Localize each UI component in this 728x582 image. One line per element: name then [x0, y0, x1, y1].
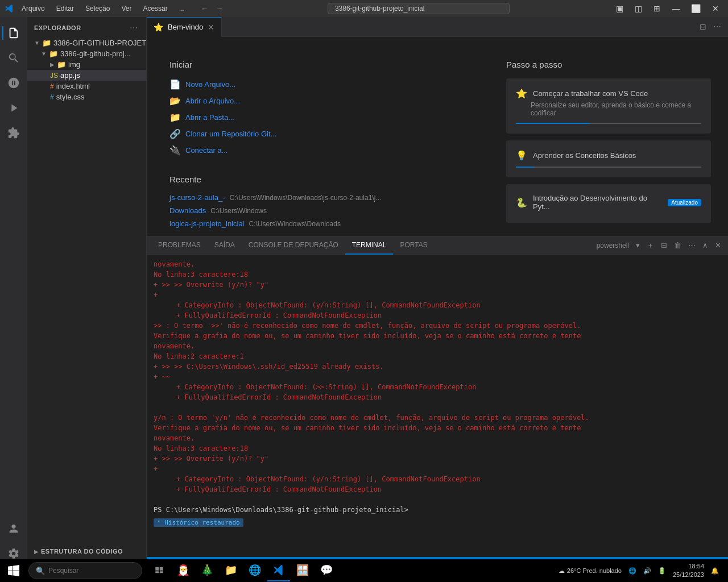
activity-debug[interactable] [2, 97, 25, 119]
open-folder-icon: 📁 [169, 112, 181, 123]
taskbar-app-fileexplorer[interactable]: 📁 [220, 560, 242, 581]
terminal-trash-btn[interactable]: 🗑 [672, 240, 684, 251]
close-button[interactable]: ✕ [708, 2, 723, 15]
taskbar-task-view[interactable] [148, 560, 171, 581]
tree-item-appjs[interactable]: JS app.js [27, 70, 146, 81]
terminal-add-btn[interactable]: ＋ [644, 239, 656, 252]
action-new-file[interactable]: 📄 Novo Arquivo... [169, 76, 466, 93]
taskbar-app-xmas[interactable]: 🎄 [196, 560, 218, 581]
back-button[interactable]: ← [198, 3, 211, 14]
taskbar-app-vscode[interactable] [267, 560, 290, 581]
recent-item-1[interactable]: Downloads C:\Users\Windows [169, 204, 466, 217]
search-icon [7, 52, 20, 64]
recent-name-0: js-curso-2-aula_- [169, 193, 225, 202]
panel-tab-console[interactable]: CONSOLE DE DEPURAÇÃO [242, 236, 345, 255]
search-input[interactable] [328, 3, 510, 14]
action-connect-label: Conectar a... [185, 146, 228, 155]
passo-card-1[interactable]: 💡 Aprender os Conceitos Básicos [506, 140, 711, 177]
css-file-icon: # [50, 93, 54, 101]
activity-explorer[interactable] [2, 22, 25, 44]
recent-section: Recente js-curso-2-aula_- C:\Users\Windo… [169, 174, 466, 230]
taskbar-search-box[interactable]: 🔍 [28, 562, 142, 579]
action-clone-repo[interactable]: 🔗 Clonar um Repositório Git... [169, 126, 466, 142]
menu-ver[interactable]: Ver [117, 3, 136, 14]
action-connect[interactable]: 🔌 Conectar a... [169, 142, 466, 159]
sidebar-new-file[interactable]: ⋯ [128, 23, 139, 33]
taskbar-search-input[interactable] [48, 567, 134, 575]
menu-selecao[interactable]: Seleção [81, 3, 114, 14]
menu-acessar[interactable]: Acessar [138, 3, 172, 14]
taskbar-network[interactable]: 🌐 [626, 567, 639, 575]
more-tab-actions[interactable]: ⋯ [711, 21, 723, 32]
activity-search[interactable] [2, 47, 25, 69]
taskbar-app-chrome[interactable]: 🌐 [243, 560, 266, 581]
activity-extensions[interactable] [2, 122, 25, 144]
main-layout: EXPLORADOR ⋯ ▼ 📁 3386-GIT-GITHUB-PROJET.… [0, 17, 728, 569]
taskbar-weather[interactable]: ☁ 26°C Pred. nublado [556, 567, 624, 575]
menu-editar[interactable]: Editar [52, 3, 78, 14]
taskbar-notification[interactable]: 🔔 [709, 567, 721, 575]
terminal-close-btn[interactable]: ✕ [713, 240, 723, 251]
tab-close-btn[interactable]: ✕ [208, 23, 214, 32]
windows-start-button[interactable] [2, 560, 25, 581]
terminal-more-btn[interactable]: ⋯ [686, 240, 698, 251]
weather-label: 26°C Pred. nublado [567, 567, 622, 574]
terminal-split-btn[interactable]: ⊟ [659, 240, 669, 251]
passo-card-1-title: Aprender os Conceitos Básicos [533, 151, 636, 160]
panel-tab-portas[interactable]: PORTAS [393, 236, 434, 255]
taskbar-clock[interactable]: 18:54 25/12/2023 [671, 562, 706, 580]
tree-item-stylecss[interactable]: # style.css [27, 92, 146, 102]
welcome-tab-icon: ⭐ [154, 23, 163, 32]
maximize-button[interactable]: ⬜ [686, 2, 705, 15]
taskbar: 🔍 🎅 🎄 📁 🌐 🪟 💬 ☁ 26°C Pred. nublado 🌐 [0, 559, 728, 582]
terminal-panel: PROBLEMAS SAÍDA CONSOLE DE DEPURAÇÃO TER… [147, 236, 728, 531]
passo-card-2[interactable]: 🐍 Introdução ao Desenvolvimento do Pyt..… [506, 184, 711, 223]
taskbar-app-whatsapp[interactable]: 💬 [315, 560, 338, 581]
action-open-folder[interactable]: 📁 Abrir a Pasta... [169, 109, 466, 126]
taskbar-speaker[interactable]: 🔊 [641, 567, 653, 575]
passo-card-0[interactable]: ⭐ Começar a trabalhar com VS Code Person… [506, 78, 711, 134]
tab-bem-vindo[interactable]: ⭐ Bem-vindo ✕ [147, 17, 222, 37]
split-editor-btn[interactable]: ⊟ [697, 21, 709, 32]
panel-tab-terminal[interactable]: TERMINAL [345, 236, 394, 255]
tree-item-img[interactable]: ▶ 📁 img [27, 59, 146, 70]
recent-item-0[interactable]: js-curso-2-aula_- C:\Users\Windows\Downl… [169, 191, 466, 204]
layout-btn-2[interactable]: ◫ [630, 2, 647, 15]
terminal-line-0: novamente. [154, 259, 721, 269]
activity-account[interactable] [2, 517, 25, 540]
taskbar-right: ☁ 26°C Pred. nublado 🌐 🔊 🔋 18:54 25/12/2… [556, 562, 726, 580]
activity-git[interactable] [2, 72, 25, 94]
terminal-content[interactable]: novamente. No linha:3 caractere:18 + >> … [147, 255, 728, 531]
recent-path-0: C:\Users\Windows\Downloads\js-curso-2-au… [230, 194, 382, 202]
panel-tab-problemas[interactable]: PROBLEMAS [151, 236, 208, 255]
taskbar-app-media[interactable]: 🪟 [291, 560, 314, 581]
menu-arquivo[interactable]: Arquivo [17, 3, 49, 14]
terminal-dropdown-btn[interactable]: ▾ [634, 240, 642, 251]
menu-more[interactable]: ... [175, 3, 189, 14]
terminal-maximize-btn[interactable]: ∧ [700, 240, 710, 251]
recent-path-2: C:\Users\Windows\Downloads [249, 220, 341, 228]
tree-item-indexhtml[interactable]: # index.html [27, 81, 146, 92]
vscode-logo-icon [5, 4, 14, 13]
action-open-file[interactable]: 📂 Abrir o Arquivo... [169, 93, 466, 109]
tree-main-folder[interactable]: ▼ 📁 3386-git-github-proj... [27, 48, 146, 59]
layout-btn-3[interactable]: ⊞ [649, 2, 665, 15]
recent-item-2[interactable]: logica-js-projeto_inicial C:\Users\Windo… [169, 217, 466, 230]
terminal-line-3: + [154, 290, 721, 300]
recent-heading: Recente [169, 174, 466, 184]
task-view-icon [154, 565, 164, 575]
layout-btn-1[interactable]: ▣ [611, 2, 628, 15]
html-file-icon: # [50, 82, 54, 90]
js-file-icon: JS [50, 72, 58, 80]
minimize-button[interactable]: — [667, 2, 684, 15]
forward-button[interactable]: → [213, 3, 226, 14]
terminal-badge-line: * Histórico restaurado [154, 517, 721, 528]
terminal-line-1: No linha:3 caractere:18 [154, 269, 721, 280]
structure-section-header[interactable]: ▶ ESTRUTURA DO CÓDIGO [27, 544, 146, 557]
passo-card-2-header: 🐍 Introdução ao Desenvolvimento do Pyt..… [516, 194, 701, 211]
title-bar-right: ▣ ◫ ⊞ — ⬜ ✕ [611, 2, 723, 15]
taskbar-battery[interactable]: 🔋 [656, 567, 668, 575]
panel-tab-saida[interactable]: SAÍDA [208, 236, 242, 255]
taskbar-app-santa[interactable]: 🎅 [172, 560, 195, 581]
tree-root-folder[interactable]: ▼ 📁 3386-GIT-GITHUB-PROJET... [27, 38, 146, 48]
